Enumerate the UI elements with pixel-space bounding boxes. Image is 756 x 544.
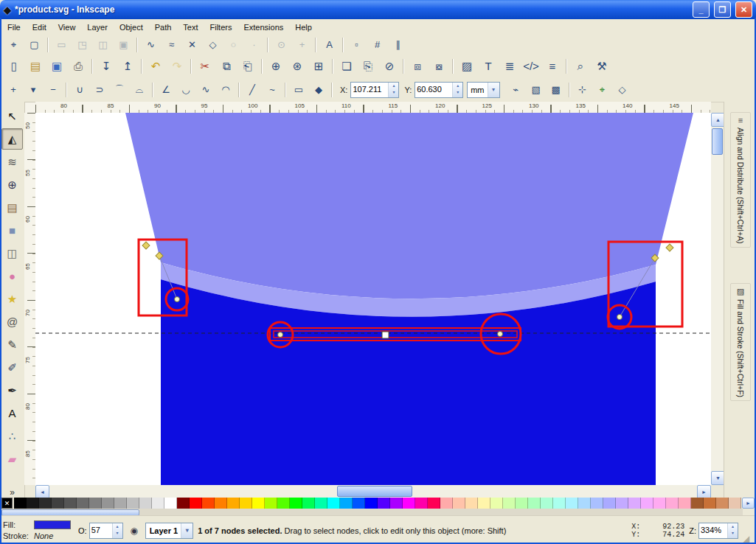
palette-swatch[interactable]: [190, 498, 202, 509]
palette-swatch[interactable]: [240, 498, 252, 509]
palette-swatch[interactable]: [315, 498, 327, 509]
palette-swatch[interactable]: [127, 498, 139, 509]
palette-swatch[interactable]: [64, 498, 77, 509]
palette-swatch[interactable]: [516, 498, 528, 509]
snap-path-intersections-button[interactable]: ✕: [182, 35, 202, 54]
opacity-spinner[interactable]: ▴▾: [112, 523, 122, 538]
palette-swatch[interactable]: [478, 498, 490, 509]
toolbox-overflow-button[interactable]: »: [10, 487, 15, 498]
menu-view[interactable]: View: [52, 21, 82, 34]
palette-swatch[interactable]: [215, 498, 227, 509]
find-button[interactable]: ⌕: [570, 56, 591, 77]
snap-grid-button[interactable]: #: [367, 35, 387, 54]
snap-text-baseline-button[interactable]: A: [319, 35, 339, 54]
spiral-tool[interactable]: @: [1, 311, 23, 332]
horizontal-scrollbar[interactable]: ◄ ►: [35, 485, 711, 498]
make-smooth-button[interactable]: ◡: [176, 80, 195, 100]
object-to-path-button[interactable]: ▭: [289, 80, 308, 100]
ruler-left[interactable]: 5055606570758085: [24, 113, 36, 485]
palette-swatch[interactable]: [252, 498, 265, 509]
join-nodes-button[interactable]: ∪: [70, 80, 89, 100]
palette-swatch[interactable]: [490, 498, 503, 509]
text-dialog-button[interactable]: T: [478, 56, 499, 77]
zoom-page-button[interactable]: ⊞: [308, 56, 329, 77]
path-node[interactable]: [278, 332, 283, 338]
palette-swatch[interactable]: [653, 498, 666, 509]
ruler-top[interactable]: 80859095100105110115120125130135140145: [35, 102, 711, 114]
save-document-button[interactable]: ▣: [46, 56, 67, 77]
palette-swatch[interactable]: [327, 498, 340, 509]
clone-button[interactable]: ⎘: [358, 56, 378, 77]
zoom-selection-button[interactable]: ⊕: [266, 56, 286, 77]
palette-swatch[interactable]: [227, 498, 240, 509]
fill-swatch[interactable]: [34, 520, 71, 529]
palette-swatch[interactable]: [603, 498, 616, 509]
palette-scrollbar[interactable]: [0, 509, 743, 515]
palette-swatch[interactable]: [553, 498, 566, 509]
show-outline-button[interactable]: ◇: [613, 80, 632, 100]
palette-swatch[interactable]: [378, 498, 390, 509]
print-button[interactable]: ⎙: [68, 56, 89, 77]
palette-swatch[interactable]: [704, 498, 716, 509]
menu-object[interactable]: Object: [114, 21, 149, 34]
fill-stroke-dialog-button[interactable]: ▨: [457, 56, 477, 77]
palette-swatch[interactable]: [729, 498, 741, 509]
stroke-value[interactable]: None: [34, 531, 53, 540]
edit-clip-button[interactable]: ▧: [527, 80, 546, 100]
palette-swatch[interactable]: [365, 498, 378, 509]
delete-node-button[interactable]: −: [44, 80, 63, 100]
palette-swatch[interactable]: [164, 498, 177, 509]
preferences-button[interactable]: ⚒: [592, 56, 612, 77]
snap-guides-button[interactable]: ∥: [388, 35, 408, 54]
selected-node[interactable]: [382, 332, 389, 338]
layer-selector[interactable]: Layer 1 ▾: [145, 523, 194, 539]
palette-swatch[interactable]: [202, 498, 215, 509]
palette-swatch[interactable]: [591, 498, 603, 509]
zoom-spinner[interactable]: ▴▾: [727, 523, 738, 538]
palette-swatch[interactable]: [716, 498, 729, 509]
palette-swatch[interactable]: [265, 498, 277, 509]
zoom-input[interactable]: [699, 523, 727, 537]
snap-nodes-button[interactable]: ∿: [141, 35, 161, 54]
spray-tool[interactable]: ∴: [1, 425, 23, 447]
selector-tool[interactable]: ↖: [1, 105, 23, 127]
copy-button[interactable]: ⧉: [216, 56, 237, 77]
join-with-segment-button[interactable]: ⌒: [110, 80, 129, 100]
snap-enable-button[interactable]: ⌖: [4, 35, 24, 54]
palette-swatch[interactable]: [641, 498, 653, 509]
segment-curve-button[interactable]: ~: [263, 80, 282, 100]
make-corner-button[interactable]: ∠: [156, 80, 176, 100]
palette-swatch[interactable]: [628, 498, 641, 509]
zoom-drawing-button[interactable]: ⊛: [287, 56, 308, 77]
opacity-input[interactable]: [90, 523, 112, 537]
vscroll-thumb[interactable]: [712, 128, 723, 155]
group-button[interactable]: ⧈: [407, 56, 428, 77]
palette-swatch[interactable]: [52, 498, 64, 509]
path-node[interactable]: [175, 297, 180, 302]
palette-swatch[interactable]: [440, 498, 453, 509]
palette-swatch[interactable]: [541, 498, 553, 509]
y-coord-input[interactable]: [415, 83, 452, 96]
menu-filters[interactable]: Filters: [204, 21, 238, 34]
menu-help[interactable]: Help: [289, 21, 318, 34]
palette-swatch[interactable]: [290, 498, 302, 509]
palette-swatch[interactable]: [89, 498, 102, 509]
cut-button[interactable]: ✂: [195, 56, 215, 77]
break-nodes-button[interactable]: ⊃: [90, 80, 109, 100]
palette-swatch[interactable]: [340, 498, 353, 509]
open-document-button[interactable]: ▤: [25, 56, 46, 77]
canvas-viewport[interactable]: [35, 113, 711, 485]
hscroll-thumb[interactable]: [337, 486, 412, 497]
stroke-to-path-button[interactable]: ◆: [309, 80, 328, 100]
measure-tool[interactable]: ▤: [1, 197, 23, 218]
unit-dropdown[interactable]: mm ▾: [467, 82, 499, 98]
delete-segment-button[interactable]: ⌓: [130, 80, 149, 100]
dock-fill-stroke[interactable]: ▨Fill and Stroke (Shift+Ctrl+F): [730, 283, 751, 401]
palette-swatch[interactable]: [14, 498, 27, 509]
palette-swatch[interactable]: [27, 498, 39, 509]
snap-paths-button[interactable]: ≈: [162, 35, 181, 54]
undo-button[interactable]: ↶: [145, 56, 166, 77]
palette-swatch[interactable]: [503, 498, 516, 509]
path-node[interactable]: [498, 332, 503, 337]
palette-swatch[interactable]: [679, 498, 691, 509]
